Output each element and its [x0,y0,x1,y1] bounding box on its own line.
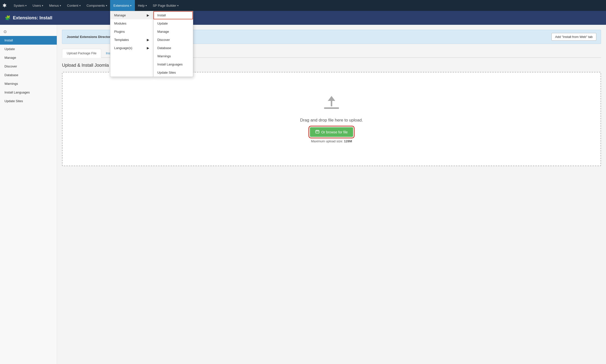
nav-item-components[interactable]: Components ▾ [84,0,110,11]
sidebar-item-warnings[interactable]: Warnings [0,79,57,88]
submenu-database-link[interactable]: Database [153,44,193,52]
sidebar-item-database[interactable]: Database [0,71,57,79]
sidebar-nav: Install Update Manage Discover D [0,36,57,105]
chevron-down-icon: ▾ [42,4,43,7]
nav-link-help[interactable]: Help ▾ [135,0,150,11]
joomla-icon: ✱ [2,2,7,8]
ext-menu-templates-link[interactable]: Templates ▶ [110,36,153,44]
upload-icon [323,95,340,113]
submenu-update-sites-link[interactable]: Update Sites [153,68,193,77]
ext-menu-manage-link[interactable]: Manage ▶ [110,11,153,19]
chevron-down-icon: ▾ [79,4,81,7]
submenu-discover[interactable]: Discover [153,36,193,44]
page-title: Extensions: Install [13,15,52,21]
nav-link-sp-page-builder[interactable]: SP Page Builder ▾ [150,0,182,11]
sidebar-link-install-languages[interactable]: Install Languages [0,88,57,97]
sidebar-link-database[interactable]: Database [0,71,57,79]
ext-menu-languages-link[interactable]: Language(s) ▶ [110,44,153,52]
ext-menu-plugins[interactable]: Plugins [110,28,153,36]
puzzle-icon: 🧩 [5,15,10,21]
brand: ✱ [2,2,8,8]
submenu-manage[interactable]: Manage [153,28,193,36]
page-header: 🧩 Extensions: Install [0,11,606,25]
add-install-from-web-button[interactable]: Add "Install from Web" tab [551,33,596,41]
nav-item-menus[interactable]: Menus ▾ [46,0,64,11]
sidebar-link-manage[interactable]: Manage [0,53,57,62]
chevron-down-icon: ▾ [177,4,179,7]
ext-menu-languages[interactable]: Language(s) ▶ [110,44,153,52]
sidebar-link-update[interactable]: Update [0,45,57,53]
sidebar-item-install[interactable]: Install [0,36,57,45]
upload-section: Upload & Install Joomla Extension Drag a… [62,63,601,166]
extensions-main-menu: Manage ▶ Modules Plugins [110,11,153,77]
submenu-update-link[interactable]: Update [153,19,193,28]
nav-item-help[interactable]: Help ▾ [135,0,150,11]
sidebar-item-update[interactable]: Update [0,45,57,53]
ext-menu-plugins-link[interactable]: Plugins [110,28,153,36]
chevron-down-icon: ▾ [106,4,107,7]
nav-item-users[interactable]: Users ▾ [30,0,46,11]
sidebar-link-update-sites[interactable]: Update Sites [0,97,57,105]
submenu-warnings[interactable]: Warnings [153,52,193,60]
svg-rect-0 [324,107,339,109]
svg-marker-2 [328,96,335,101]
nav-item-extensions[interactable]: Extensions ▾ Manage ▶ Modules [110,0,135,11]
toggle-button[interactable]: ⊙ [3,29,7,34]
nav-link-extensions[interactable]: Extensions ▾ [110,0,135,11]
sidebar: ⊙ Install Update Manage Discover [0,25,57,364]
main-layout: ⊙ Install Update Manage Discover [0,25,606,364]
nav-link-users[interactable]: Users ▾ [30,0,46,11]
submenu-manage-link[interactable]: Manage [153,28,193,36]
submenu-install[interactable]: Install [153,11,193,19]
sidebar-link-install[interactable]: Install [0,36,57,45]
svg-rect-3 [316,130,319,133]
chevron-down-icon: ▾ [146,4,147,7]
browse-icon [315,130,319,134]
nav-link-components[interactable]: Components ▾ [84,0,110,11]
nav-item-system[interactable]: System ▾ [11,0,30,11]
ext-menu-templates[interactable]: Templates ▶ [110,36,153,44]
extensions-dropdown: Manage ▶ Modules Plugins [110,11,193,77]
submenu-update-sites[interactable]: Update Sites [153,68,193,77]
submenu-discover-link[interactable]: Discover [153,36,193,44]
svg-rect-5 [318,130,318,131]
ext-menu-modules-link[interactable]: Modules [110,19,153,28]
sidebar-item-manage[interactable]: Manage [0,53,57,62]
nav-menu: System ▾ Users ▾ Menus ▾ Content ▾ Compo [11,0,182,11]
ext-menu-modules[interactable]: Modules [110,19,153,28]
sidebar-toggle[interactable]: ⊙ [0,27,57,36]
nav-item-sp-page-builder[interactable]: SP Page Builder ▾ [150,0,182,11]
sidebar-item-install-languages[interactable]: Install Languages [0,88,57,97]
nav-link-content[interactable]: Content ▾ [64,0,84,11]
submenu-warnings-link[interactable]: Warnings [153,52,193,60]
submenu-install-link[interactable]: Install [153,11,193,19]
top-navbar: ✱ System ▾ Users ▾ Menus ▾ Content ▾ [0,0,606,11]
chevron-down-icon: ▾ [60,4,61,7]
sidebar-link-discover[interactable]: Discover [0,62,57,71]
sidebar-link-warnings[interactable]: Warnings [0,79,57,88]
chevron-down-icon: ▾ [130,4,131,7]
extensions-submenu: Install Update Manage [153,11,193,77]
svg-rect-4 [316,130,317,131]
drop-zone[interactable]: Drag and drop file here to upload. Or br… [62,72,601,166]
chevron-right-icon: ▶ [147,13,149,17]
sidebar-item-discover[interactable]: Discover [0,62,57,71]
submenu-install-languages[interactable]: Install Languages [153,60,193,68]
submenu-update[interactable]: Update [153,19,193,28]
submenu-database[interactable]: Database [153,44,193,52]
browse-for-file-button[interactable]: Or browse for file [310,127,353,137]
info-title: Joomla! Extensions Directory™ [67,35,116,39]
chevron-down-icon: ▾ [25,4,27,7]
nav-link-system[interactable]: System ▾ [11,0,30,11]
upload-size-info: Maximum upload size: 128M [311,139,352,143]
submenu-install-languages-link[interactable]: Install Languages [153,60,193,68]
chevron-right-icon: ▶ [147,38,149,42]
ext-menu-manage[interactable]: Manage ▶ [110,11,153,19]
nav-link-menus[interactable]: Menus ▾ [46,0,64,11]
tab-upload-package[interactable]: Upload Package File [62,49,101,58]
chevron-right-icon: ▶ [147,46,149,50]
nav-item-content[interactable]: Content ▾ [64,0,84,11]
drag-drop-text: Drag and drop file here to upload. [300,118,363,123]
sidebar-item-update-sites[interactable]: Update Sites [0,97,57,105]
